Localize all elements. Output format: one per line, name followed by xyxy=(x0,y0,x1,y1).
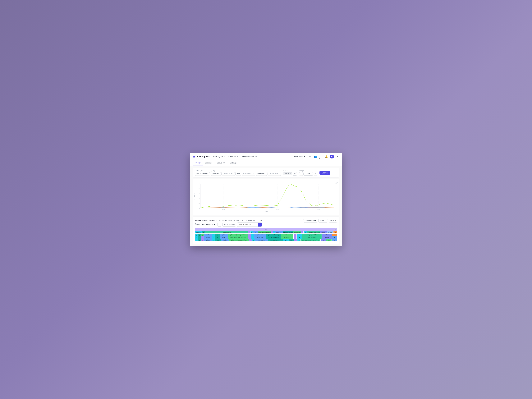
fg-block-r4-gith1[interactable]: gith xyxy=(283,239,289,241)
search-button[interactable]: Search xyxy=(319,171,330,175)
fg-block-r4-9[interactable]: c xyxy=(252,239,255,241)
fg-block-r4-14[interactable]: ne xyxy=(298,239,300,241)
help-center-button[interactable]: Help Center ▾ xyxy=(293,155,306,158)
fg-block-r2-11[interactable]: github.com/polarsig xyxy=(266,234,281,236)
fg-block-r1-8[interactable]: golang.org/x/sync/errg xyxy=(283,231,293,234)
fg-block-r4-ru[interactable]: ru xyxy=(321,239,326,241)
fg-block-r4-8[interactable] xyxy=(249,239,252,241)
theme-toggle-icon[interactable]: ☀ xyxy=(308,155,312,158)
group-function-name-button[interactable]: Function Name ▾ xyxy=(201,223,216,226)
fg-block-r1-9[interactable]: google.golan xyxy=(293,231,301,234)
filter-container-select[interactable]: Select value ▾ xyxy=(222,172,235,176)
fg-block-r3-9[interactable]: c xyxy=(251,236,254,239)
fg-block-r2-6[interactable]: github.c xyxy=(220,234,228,236)
fg-block-r1-2[interactable]: c xyxy=(250,231,253,234)
fg-block-r2-16[interactable]: runtime xyxy=(322,234,332,236)
share-button[interactable]: Share ↗ xyxy=(318,219,328,222)
range-minus-button[interactable]: − xyxy=(299,172,303,176)
fg-block-r2-15[interactable]: runtime.gcBgMarkWorker xyxy=(302,234,321,236)
notification-icon[interactable]: 🔔 xyxy=(324,155,328,158)
fg-block-r1-0x[interactable]: 0x xyxy=(334,231,337,234)
fg-block-r1-12[interactable]: runtime.gcBgMarkStartWorkers.go xyxy=(307,231,320,234)
fg-block-r3-2[interactable]: c xyxy=(201,236,204,239)
fg-block-r4-15[interactable]: runtime.gcBgMarkWorker.func2 xyxy=(300,239,320,241)
add-icon[interactable]: ＋ ▾ xyxy=(319,155,323,158)
avatar-chevron-icon[interactable]: ▾ xyxy=(336,155,339,158)
fg-block-r2-5[interactable]: git xyxy=(215,234,220,236)
fg-block-ru[interactable]: ru xyxy=(202,231,205,234)
fg-block-r3-gi[interactable]: gi xyxy=(332,236,337,239)
fg-block-r3-13[interactable] xyxy=(294,236,297,239)
fg-block-r4-4[interactable]: c xyxy=(212,239,215,241)
fg-block-r4-2[interactable]: c xyxy=(201,239,204,241)
fg-block-r3-3[interactable]: github.c xyxy=(204,236,212,239)
fg-block-r2-8[interactable] xyxy=(248,234,251,236)
fg-block-r4-6[interactable]: github.c xyxy=(221,239,228,241)
fg-block-root[interactable]: root xyxy=(195,228,337,231)
fg-block-r3-1[interactable]: c xyxy=(198,236,201,239)
tab-debug-info[interactable]: Debug Info xyxy=(215,160,228,166)
fg-block-r1-1[interactable] xyxy=(248,231,250,234)
fg-block-r2-1[interactable]: g xyxy=(198,234,201,236)
fg-block-r3-10[interactable]: github.com xyxy=(254,236,266,239)
fg-block-r1-11[interactable]: ne xyxy=(304,231,307,234)
flamegraph-info-icon[interactable]: ℹ xyxy=(334,228,337,231)
fg-block-r3-16[interactable]: runtime xyxy=(322,236,332,239)
fg-block-r3-7[interactable]: github.com/polarsignals/fros xyxy=(228,236,247,239)
fg-block-r1-6[interactable]: c xyxy=(273,231,275,234)
range-plus-button[interactable]: + xyxy=(314,172,317,176)
fg-block-r3-4[interactable]: c xyxy=(212,236,215,239)
fg-block-r4-5[interactable]: git xyxy=(215,239,221,241)
fg-block-r3-5[interactable]: git xyxy=(215,236,220,239)
breadcrumb-project[interactable]: Production ▾ xyxy=(227,155,238,158)
sum-by-remove-icon[interactable]: ✕ xyxy=(290,173,291,175)
filter-function-input[interactable] xyxy=(237,223,258,226)
icicle-button[interactable]: Icicle ▾ xyxy=(329,219,337,222)
reset-graph-button[interactable]: Reset graph ↺ xyxy=(222,223,236,227)
avatar[interactable]: YE xyxy=(330,155,334,158)
fg-block-r1-4[interactable]: github.com/polarsignals/fros xyxy=(258,231,271,234)
fg-block-r1-7[interactable]: github.com xyxy=(275,231,283,234)
fg-block-r2-3[interactable]: github.c xyxy=(204,234,212,236)
fg-block-r1-13[interactable]: runtime xyxy=(320,231,327,234)
users-icon[interactable]: 👥 xyxy=(313,155,317,158)
fg-block-r2-0[interactable]: g xyxy=(195,234,198,236)
fg-block-nomapping[interactable]: no mapping::na xyxy=(195,231,202,234)
fg-block-r4-run[interactable]: run xyxy=(326,239,331,241)
fg-block-r2-14[interactable]: ne xyxy=(297,234,302,236)
more-options-button[interactable]: ··· xyxy=(217,223,222,227)
tab-settings[interactable]: Settings xyxy=(228,160,239,166)
tab-compare[interactable]: Compare xyxy=(203,160,215,166)
fg-block-r1-3[interactable]: git xyxy=(253,231,258,234)
fg-block-r2-9[interactable]: c xyxy=(251,234,254,236)
fg-block-r4-3[interactable]: github.c xyxy=(204,239,212,241)
fg-block-r2-7[interactable]: github.com/polarsignals/fros xyxy=(228,234,247,236)
breadcrumb-view[interactable]: Container Views ⚙ ▾ xyxy=(240,155,258,158)
fg-block-syscal[interactable]: syscal xyxy=(327,231,334,234)
fg-block-r3-6[interactable]: github.c xyxy=(220,236,228,239)
fg-block-r2-10[interactable]: github.com xyxy=(254,234,266,236)
fg-block-r2-12[interactable]: google.golan xyxy=(281,234,293,236)
filter-input-arrow[interactable]: › xyxy=(258,223,262,227)
fg-block-r2-2[interactable]: g xyxy=(201,234,204,236)
fg-block-r3-15[interactable]: runtime.systemstack xyxy=(302,236,321,239)
fg-block-r2-4[interactable]: c xyxy=(212,234,215,236)
fg-block-r3-14[interactable]: ne xyxy=(297,236,302,239)
fg-block-r3-8[interactable] xyxy=(248,236,251,239)
fg-block-r3-11[interactable]: github.com/polarsig xyxy=(266,236,281,239)
fg-block-r2-0x[interactable]: 0x xyxy=(332,234,337,236)
fg-block-r4-7[interactable]: github.com/polarsignals/fros xyxy=(229,239,249,241)
range-input[interactable] xyxy=(304,172,313,176)
sum-by-dropdown[interactable]: ✕ ▾ xyxy=(293,172,297,176)
fg-block-r3-12[interactable]: google.golan xyxy=(281,236,293,239)
breadcrumb-org[interactable]: Polar Signals ▾ xyxy=(212,155,225,158)
fg-block-r4-13[interactable] xyxy=(294,239,297,241)
fg-block-r2-13[interactable] xyxy=(294,234,297,236)
filter-pod-select[interactable]: Select value ▾ xyxy=(242,172,255,176)
fg-block-r3-0[interactable]: m xyxy=(195,236,198,239)
preferences-button[interactable]: Preferences ⇄ xyxy=(303,219,317,222)
fg-block-r1-10[interactable] xyxy=(301,231,304,234)
fg-block-goexit[interactable]: runtime.goexit xyxy=(205,231,248,234)
fg-block-r4-11[interactable]: github github.com/ xyxy=(268,239,283,241)
fg-block-r1-5[interactable] xyxy=(271,231,273,234)
